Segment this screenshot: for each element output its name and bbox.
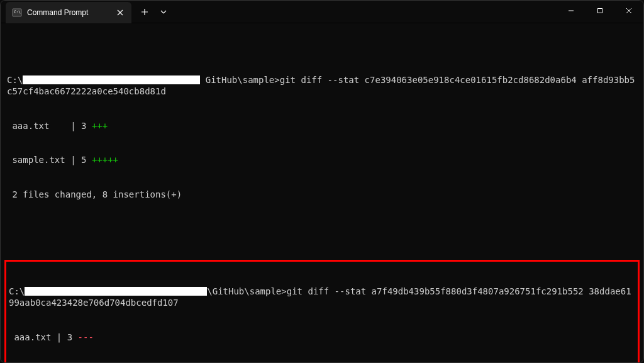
tab-title: Command Prompt — [27, 8, 110, 17]
maximize-button[interactable] — [586, 1, 614, 21]
tab-dropdown-button[interactable] — [154, 3, 173, 21]
stat-plus-marks: +++++ — [92, 155, 118, 165]
redacted-path — [25, 287, 207, 296]
titlebar: C:\ Command Prompt — [1, 1, 643, 23]
stat-summary: 2 files changed, 8 insertions(+) — [7, 189, 637, 200]
terminal-output[interactable]: C:\ GitHub\sample>git diff --stat c7e394… — [1, 23, 643, 363]
redacted-path — [23, 75, 200, 84]
stat-file: sample.txt | 5 — [7, 155, 92, 165]
stat-file: aaa.txt | 3 — [7, 121, 92, 131]
prompt-suffix: GitHub\sample> — [200, 75, 279, 85]
tab-command-prompt[interactable]: C:\ Command Prompt — [6, 2, 131, 23]
new-tab-button[interactable] — [135, 3, 154, 21]
cmd-icon: C:\ — [12, 8, 22, 18]
close-tab-icon[interactable] — [115, 8, 125, 18]
prompt-suffix: \GitHub\sample> — [207, 286, 286, 296]
minimize-button[interactable] — [557, 1, 586, 21]
highlight-annotation: C:\\GitHub\sample>git diff --stat a7f49d… — [4, 260, 640, 363]
stat-minus-marks: --- — [78, 332, 94, 342]
command-block-1: C:\ GitHub\sample>git diff --stat c7e394… — [7, 51, 637, 223]
svg-text:C:\: C:\ — [14, 9, 21, 14]
prompt-text: C:\ — [9, 286, 25, 296]
close-window-button[interactable] — [614, 1, 643, 21]
svg-rect-2 — [598, 9, 602, 13]
stat-file: aaa.txt | 3 — [9, 332, 78, 342]
stat-plus-marks: +++ — [92, 121, 108, 131]
window-controls — [557, 1, 643, 21]
prompt-text: C:\ — [7, 75, 23, 85]
